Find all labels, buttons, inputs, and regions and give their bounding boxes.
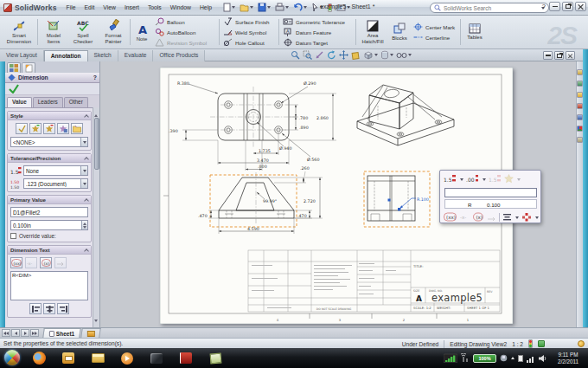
scroll-up-icon[interactable] [94,108,99,113]
dim-d470l[interactable]: .470 [198,214,208,218]
activity-monitor-icon[interactable] [444,353,457,363]
dim-d4590[interactable]: 4.590 [247,227,259,231]
media-player-taskbar-button[interactable] [114,349,140,367]
scroll-thumb[interactable] [94,118,99,170]
search-box[interactable] [430,3,549,13]
doc-restore-button[interactable] [554,51,564,60]
dim-d940[interactable]: Ø.940 [279,146,291,151]
restore-button[interactable] [562,2,573,11]
search-input[interactable] [444,5,538,11]
file-explorer-icon[interactable] [577,103,583,109]
dim-r380[interactable]: R.380 [177,81,189,86]
balloon-button[interactable]: Balloon [152,16,218,27]
surface-finish-button[interactable]: Surface Finish [220,16,278,27]
display-style-icon[interactable] [380,50,393,60]
previous-view-icon[interactable] [315,50,324,60]
clock[interactable]: 9:11 PM 2/2/2011 [551,352,585,365]
justify-button[interactable] [502,212,512,223]
solidworks-resources-icon[interactable] [577,81,583,87]
note-button[interactable]: A Note [131,16,152,48]
zoom-fit-icon[interactable] [291,50,300,60]
wireless-icon[interactable] [461,353,470,363]
hide-show-items-icon[interactable] [396,50,412,60]
dimension-value-row[interactable]: R 0.100 [444,199,537,209]
action-center-icon[interactable] [518,355,523,362]
align-right-button[interactable] [57,303,69,314]
appearances-icon[interactable] [577,126,583,132]
load-style-button[interactable] [71,123,83,134]
dim-d560[interactable]: Ø.560 [307,158,319,162]
datum-target-button[interactable]: Datum Target [280,37,355,48]
custom-properties-icon[interactable] [577,137,583,143]
open-button[interactable] [238,2,255,13]
style-dropdown-arrow-icon[interactable] [80,138,87,146]
center-mark-button[interactable]: Center Mark [411,22,459,32]
menu-edit[interactable]: Edit [80,4,99,10]
close-button[interactable] [575,2,586,11]
hole-callout-button[interactable]: Hole Callout [220,37,278,48]
menu-file[interactable]: File [62,4,80,10]
add-style-button[interactable] [29,123,42,134]
view-orientation-icon[interactable] [363,50,378,60]
tab-sketch[interactable]: Sketch [88,50,118,61]
next-sheet-button[interactable] [21,329,29,337]
battery-indicator[interactable]: 100% [473,354,496,363]
collapse-icon[interactable] [84,157,89,162]
dim-d1735[interactable]: 1.735 [259,149,271,153]
rotate-view-icon[interactable] [327,50,336,60]
menu-insert[interactable]: Insert [120,4,144,10]
align-left-button[interactable] [29,303,42,314]
tab-view-layout[interactable]: View Layout [0,50,44,61]
save-button[interactable] [256,2,272,13]
property-manager-tab[interactable] [7,62,21,73]
value-spinner[interactable] [81,221,87,229]
new-document-button[interactable] [221,2,237,13]
add-sheet-tab[interactable] [81,328,102,338]
presenter-taskbar-button[interactable] [144,349,169,367]
dim-d3470[interactable]: 3.470 [257,158,269,163]
collapse-icon[interactable] [84,198,89,203]
first-sheet-button[interactable] [2,329,10,337]
tab-other[interactable]: Other [64,97,88,107]
inspection-dimension-button[interactable]: (x) [473,212,484,223]
precision-button[interactable]: .00 [466,174,479,184]
dim-d390[interactable]: .390 [169,129,178,133]
minimize-button[interactable] [549,2,560,11]
weld-symbol-button[interactable]: Weld Symbol [220,27,278,37]
add-parenthesis-button[interactable]: (xx) [10,257,22,268]
dim-d2720[interactable]: 2.720 [304,199,316,203]
volume-icon[interactable] [539,354,547,363]
tab-office-products[interactable]: Office Products [153,50,205,61]
format-painter-button[interactable]: Format Painter [98,16,129,48]
tolerance-style-button[interactable]: 1.5 [444,174,457,184]
outlook-taskbar-button[interactable] [55,349,81,367]
3d-drawing-view-icon[interactable] [351,50,361,60]
model-items-button[interactable]: Model Items [39,16,68,48]
justify-dropdown-icon[interactable] [515,216,519,219]
panel-help-button[interactable]: ? [93,74,97,81]
save-style-button[interactable] [57,123,69,134]
centerline-button[interactable]: Centerline [411,32,459,42]
position-dropdown-icon[interactable] [535,216,539,219]
scroll-down-icon[interactable] [94,322,99,326]
geometric-tolerance-button[interactable]: Geometric Tolerance [280,16,355,27]
solidworks-taskbar-button[interactable] [173,349,199,367]
dimension-text-input[interactable] [444,188,537,197]
dimension-drag-handle[interactable] [388,199,391,202]
dim-d2860[interactable]: 2.860 [316,116,329,120]
tab-annotation[interactable]: Annotation [44,50,88,61]
doc-minimize-button[interactable] [543,51,553,60]
home-icon[interactable] [577,69,583,75]
tab-leaders[interactable]: Leaders [33,97,63,107]
style-dropdown[interactable] [10,137,88,147]
autoballoon-button[interactable]: AutoBalloon [152,27,218,37]
tab-value[interactable]: Value [7,97,32,107]
print-button[interactable] [273,2,291,13]
show-hidden-icons-button[interactable] [511,357,514,359]
dim-d260[interactable]: .260 [300,166,310,171]
tab-evaluate[interactable]: Evaluate [118,50,154,61]
tolerance-position-button[interactable] [521,212,532,223]
align-center-button[interactable] [43,303,55,314]
dimension-value-input[interactable] [11,223,81,229]
inspection-button[interactable]: (x) [40,257,52,268]
